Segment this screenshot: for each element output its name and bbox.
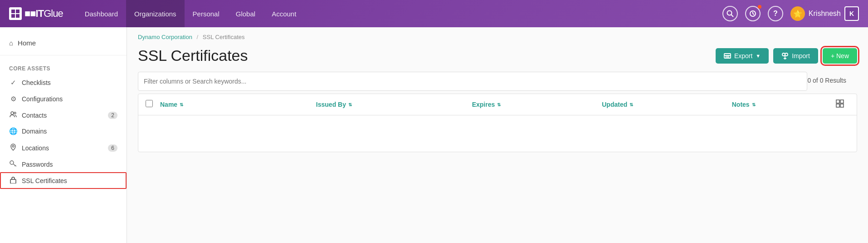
check-icon: ✓ [9, 79, 17, 87]
export-button[interactable]: Export ▼ [716, 48, 769, 64]
nav-organizations[interactable]: Organizations [126, 0, 185, 27]
sidebar-item-label: Contacts [22, 112, 47, 119]
search-icon[interactable] [722, 6, 738, 21]
import-label: Import [792, 52, 810, 60]
svg-rect-25 [836, 104, 839, 107]
nav-account[interactable]: Account [263, 0, 304, 27]
user-section[interactable]: 🌟 Krishnesh K [790, 6, 859, 21]
sidebar-item-label: Passwords [22, 161, 53, 168]
svg-rect-2 [11, 14, 15, 18]
sidebar-item-label: SSL Certificates [22, 177, 67, 184]
page-title: SSL Certificates [138, 47, 716, 64]
top-navigation: ■■ITGlue Dashboard Organizations Persona… [0, 0, 868, 27]
user-name: Krishnesh [809, 10, 841, 18]
sidebar-item-ssl-certificates[interactable]: SSL Certificates [0, 172, 127, 189]
svg-rect-23 [836, 100, 839, 103]
new-button[interactable]: + New [823, 48, 857, 64]
export-label: Export [734, 52, 752, 60]
nav-personal[interactable]: Personal [185, 0, 228, 27]
svg-rect-15 [10, 179, 16, 183]
nav-right: ? 🌟 Krishnesh K [722, 6, 859, 21]
history-icon[interactable] [745, 6, 761, 21]
col-notes-label: Notes [732, 101, 750, 108]
sidebar-home[interactable]: ⌂ Home [0, 35, 127, 51]
home-icon: ⌂ [9, 39, 13, 47]
svg-rect-1 [16, 10, 20, 13]
lock-icon [9, 176, 17, 185]
help-icon[interactable]: ? [768, 6, 783, 21]
gear-icon: ⚙ [9, 95, 17, 103]
sidebar-item-contacts[interactable]: Contacts 2 [0, 107, 127, 123]
logo-icon [9, 7, 22, 20]
sidebar-item-passwords[interactable]: Passwords [0, 156, 127, 172]
table-header: Name ⇅ Issued By ⇅ Expires ⇅ Updated ⇅ N… [138, 94, 857, 115]
layout-icon [836, 99, 844, 108]
svg-point-11 [12, 145, 14, 147]
svg-point-12 [10, 161, 14, 164]
contacts-badge: 2 [108, 112, 117, 119]
col-header-expires[interactable]: Expires ⇅ [472, 101, 602, 108]
page-header: SSL Certificates Export ▼ [127, 42, 868, 72]
svg-rect-26 [840, 104, 844, 107]
sidebar-item-label: Domains [22, 128, 47, 135]
svg-rect-24 [840, 100, 844, 103]
sort-icon-issued: ⇅ [348, 102, 352, 107]
col-header-name[interactable]: Name ⇅ [160, 101, 316, 108]
svg-point-4 [727, 11, 731, 15]
contacts-icon [9, 111, 17, 119]
sidebar-item-domains[interactable]: 🌐 Domains [0, 123, 127, 139]
svg-point-9 [11, 112, 14, 114]
filter-input[interactable] [144, 72, 801, 90]
svg-point-10 [14, 112, 16, 114]
layout-toggle[interactable] [836, 99, 849, 109]
sort-icon-notes: ⇅ [752, 102, 756, 107]
col-updated-label: Updated [602, 101, 627, 108]
sidebar-item-checklists[interactable]: ✓ Checklists [0, 74, 127, 91]
svg-line-5 [731, 15, 733, 17]
logo[interactable]: ■■ITGlue [9, 7, 63, 20]
breadcrumb-org-link[interactable]: Dynamo Corporation [138, 34, 192, 40]
sidebar-item-locations[interactable]: Locations 6 [0, 139, 127, 156]
chevron-down-icon: ▼ [756, 53, 761, 59]
col-expires-label: Expires [472, 101, 495, 108]
globe-icon: 🌐 [9, 127, 17, 135]
select-all-checkbox[interactable] [146, 100, 153, 107]
col-header-updated[interactable]: Updated ⇅ [602, 101, 732, 108]
sort-icon-name: ⇅ [180, 102, 183, 107]
svg-rect-0 [11, 10, 15, 13]
filter-row: 0 of 0 Results [138, 72, 857, 91]
notification-dot [758, 5, 761, 9]
svg-line-8 [753, 14, 754, 15]
nav-items: Dashboard Organizations Personal Global … [77, 0, 722, 27]
breadcrumb-current: SSL Certificates [203, 34, 245, 40]
import-button[interactable]: Import [773, 48, 818, 64]
sidebar-item-label: Checklists [22, 79, 51, 86]
core-assets-label: Core Assets [0, 59, 127, 74]
svg-rect-3 [16, 14, 20, 18]
col-header-notes[interactable]: Notes ⇅ [732, 101, 836, 108]
sort-icon-expires: ⇅ [497, 102, 501, 107]
locations-badge: 6 [108, 144, 117, 152]
export-icon [724, 52, 731, 60]
user-initial-box: K [844, 6, 859, 21]
avatar: 🌟 [790, 6, 805, 21]
select-all-checkbox-container [146, 100, 160, 109]
breadcrumb-separator: / [197, 34, 199, 40]
table-body [138, 115, 857, 152]
nav-global[interactable]: Global [228, 0, 263, 27]
sidebar: ⌂ Home Core Assets ✓ Checklists ⚙ Config… [0, 27, 127, 243]
sidebar-item-label: Configurations [22, 95, 63, 103]
main-content: Dynamo Corporation / SSL Certificates SS… [127, 27, 868, 243]
import-icon [781, 52, 789, 60]
header-actions: Export ▼ Import + New [716, 48, 857, 64]
col-name-label: Name [160, 101, 177, 108]
logo-text: ■■ITGlue [24, 8, 63, 20]
sidebar-divider [0, 55, 127, 55]
table-wrapper: Name ⇅ Issued By ⇅ Expires ⇅ Updated ⇅ N… [138, 94, 857, 152]
breadcrumb: Dynamo Corporation / SSL Certificates [127, 27, 868, 42]
location-icon [9, 144, 17, 152]
sidebar-item-configurations[interactable]: ⚙ Configurations [0, 91, 127, 107]
nav-dashboard[interactable]: Dashboard [77, 0, 126, 27]
new-label: + New [831, 52, 849, 60]
col-header-issued-by[interactable]: Issued By ⇅ [316, 101, 472, 108]
